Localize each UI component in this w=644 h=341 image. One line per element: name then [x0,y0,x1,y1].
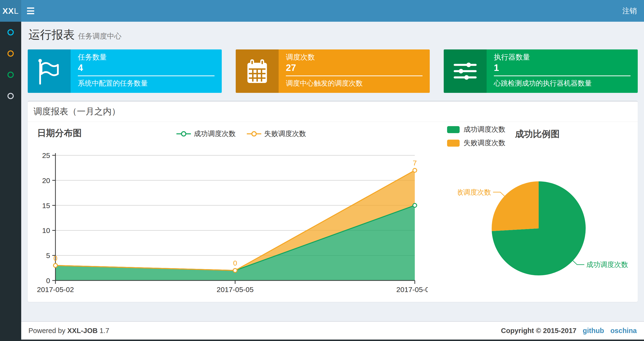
legend-label: 失败调度次数 [264,129,306,139]
main-footer: Powered by XXL-JOB 1.7 Copyright © 2015-… [21,321,644,339]
legend-swatch [447,140,460,147]
divider [78,76,214,76]
svg-text:15: 15 [42,202,50,210]
sidebar-toggle-icon[interactable] [27,8,35,14]
stat-card-title: 执行器数量 [494,52,630,62]
logo-text-light: L [14,6,19,16]
copyright-text: Copyright © 2015-2017 [501,327,576,334]
product-name: XXL-JOB [67,327,98,334]
calendar-icon [236,50,278,93]
sidebar-item-4[interactable] [0,85,21,107]
sidebar-item-2[interactable] [0,43,21,64]
svg-text:2017-05-05: 2017-05-05 [217,285,254,293]
report-panel-body: 日期分布图 成功调度次数 失败调度次数 051015 [28,123,638,302]
svg-text:5: 5 [46,251,50,259]
stat-card-value: 27 [286,62,422,74]
github-link[interactable]: github [583,327,604,334]
line-marker-icon [246,130,262,137]
stat-cards-row: 任务数量 4 系统中配置的任务数量 调度次数 27 调度中心触发的调度次数 执行… [28,50,638,93]
circle-icon [8,72,14,78]
divider [286,76,422,76]
footer-copyright: Copyright © 2015-2017 github oschina [501,327,637,335]
xxl-job-dashboard: XXL 注销 运行报表任务调度中心 任务数量 4 系统中配置的任务数量 [0,0,644,341]
logout-link[interactable]: 注销 [622,0,637,22]
logo-text-bold: XX [2,6,14,16]
svg-text:2017-05-08: 2017-05-08 [396,285,428,293]
page-title: 运行报表 [28,28,75,41]
svg-text:0: 0 [233,259,237,267]
pie-chart-legend: 成功调度次数 失败调度次数 [447,125,506,152]
svg-text:20: 20 [42,177,50,184]
sidebar [0,22,21,341]
sliders-icon [444,50,486,93]
oschina-link[interactable]: oschina [610,327,637,334]
stat-card-description: 心跳检测成功的执行器机器数量 [494,79,630,88]
line-chart-legend: 成功调度次数 失败调度次数 [176,129,306,139]
success-ratio-pie-chart: 成功调度次数失败调度次数 [458,159,638,294]
svg-text:25: 25 [42,151,50,159]
legend-label: 成功调度次数 [464,125,506,134]
svg-text:失败调度次数: 失败调度次数 [458,188,491,196]
svg-text:7: 7 [413,159,417,167]
circle-icon [8,29,14,36]
product-version: 1.7 [98,327,109,334]
svg-text:10: 10 [42,226,50,234]
stat-card-triggers: 调度次数 27 调度中心触发的调度次数 [236,50,430,93]
legend-item-success[interactable]: 成功调度次数 [447,125,506,134]
footer-powered-by: Powered by XXL-JOB 1.7 [28,327,109,335]
page-subtitle: 任务调度中心 [78,32,122,40]
powered-prefix: Powered by [28,327,67,334]
report-panel-header: 调度报表（一月之内） [28,102,638,122]
window-bottom-edge [0,339,644,341]
legend-label: 成功调度次数 [194,129,236,139]
stat-card-description: 系统中配置的任务数量 [78,79,214,88]
app-logo[interactable]: XXL [0,0,21,22]
divider [494,76,630,76]
stat-card-value: 1 [494,62,630,74]
top-navbar: XXL 注销 [0,0,644,22]
legend-swatch [447,126,460,133]
svg-text:2017-05-02: 2017-05-02 [37,285,74,293]
svg-text:0: 0 [46,277,50,284]
svg-text:0: 0 [54,254,58,262]
stat-card-title: 调度次数 [286,52,422,62]
line-marker-icon [176,130,191,137]
sidebar-item-1[interactable] [0,22,21,43]
date-distribution-area-chart: 05101520252017-05-022017-05-052017-05-08… [28,150,428,298]
legend-item-fail[interactable]: 失败调度次数 [246,129,306,139]
circle-icon [8,50,14,57]
circle-icon [8,93,14,99]
stat-card-jobs: 任务数量 4 系统中配置的任务数量 [28,50,222,93]
line-chart-title: 日期分布图 [37,127,82,139]
stat-card-title: 任务数量 [78,52,214,62]
report-panel: 调度报表（一月之内） 日期分布图 成功调度次数 失败调度次数 [28,101,638,302]
legend-item-success[interactable]: 成功调度次数 [176,129,236,139]
legend-label: 失败调度次数 [464,138,506,148]
stat-card-value: 4 [78,62,214,74]
page-header: 运行报表任务调度中心 [28,27,122,43]
report-panel-title: 调度报表（一月之内） [34,106,120,117]
svg-text:成功调度次数: 成功调度次数 [586,261,628,268]
stat-card-description: 调度中心触发的调度次数 [286,79,422,88]
pie-chart-title: 成功比例图 [515,128,560,140]
flag-icon [28,50,70,93]
stat-card-executors: 执行器数量 1 心跳检测成功的执行器机器数量 [444,50,638,93]
legend-item-fail[interactable]: 失败调度次数 [447,138,506,148]
sidebar-item-3[interactable] [0,64,21,85]
